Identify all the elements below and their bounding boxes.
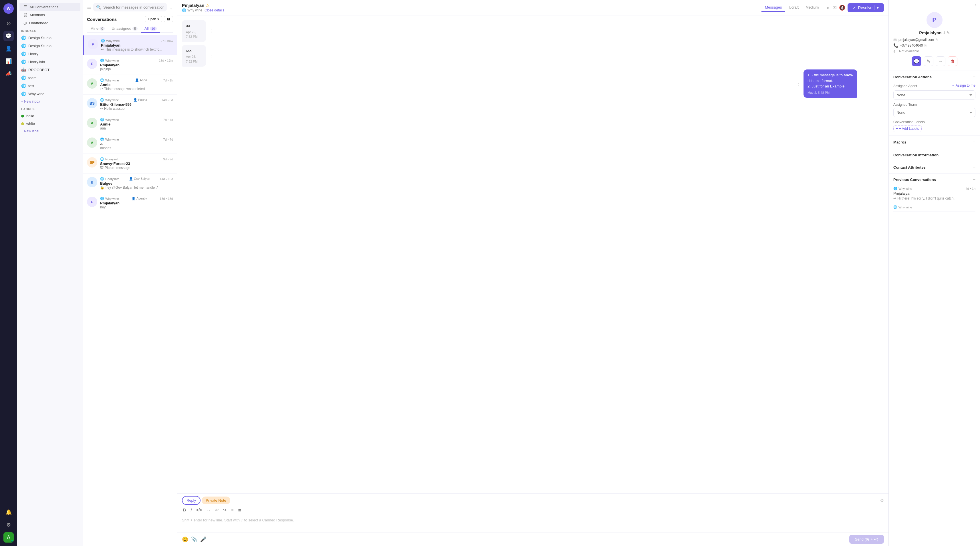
filter-options-btn[interactable]: ⊞ [164,16,173,22]
tab-unassigned[interactable]: Unassigned 5 [108,25,141,33]
nav-conversations[interactable]: 💬 [3,31,14,41]
reply-tab-reply[interactable]: Reply [182,496,200,505]
reply-settings-icon[interactable]: ⚙ [880,498,884,503]
previous-conversations-header[interactable]: Previous Conversations − [893,177,975,182]
tab-all[interactable]: All 10 [141,25,160,33]
hamburger-icon[interactable]: ☰ [87,6,91,11]
macros-plus-icon: + [972,139,975,145]
label-hello[interactable]: hello [17,112,83,120]
new-conversation-btn[interactable]: 💬 [912,56,921,66]
open-filter-btn[interactable]: Open ▾ [145,16,162,22]
conv-item-bitter-silence[interactable]: BS 🌐 Why wine 👤 Pouria 14d • 6d Bitter-S… [83,95,177,114]
chat-tab-ucraft[interactable]: Ucraft [785,3,802,12]
nav-profile[interactable]: A [3,532,14,543]
new-inbox-btn[interactable]: + New inbox [17,98,83,105]
inbox-why-wine[interactable]: 🌐 Why wine [17,90,83,98]
right-panel-chevron-icon[interactable]: › [975,2,977,8]
tab-mine[interactable]: Mine 0 [87,25,108,33]
ordered-list-btn[interactable]: ≣ [237,507,243,513]
inbox-design-studio-1[interactable]: 🌐 Design Studio [17,34,83,42]
new-label-btn[interactable]: + New label [17,127,83,135]
nav-contacts[interactable]: 👤 [3,43,14,54]
team-select[interactable]: None [893,108,975,117]
conv-item-body: 🌐 Why wine 👤 Pouria 14d • 6d Bitter-Sile… [100,98,173,111]
inbox-design-studio-2[interactable]: 🌐 Design Studio [17,42,83,50]
undo-btn[interactable]: ↩ [214,507,220,513]
merge-contact-btn[interactable]: → [935,56,945,66]
conv-item-annie-2[interactable]: A 🌐 Why wine 7d • 7d Annie aaa [83,114,177,134]
agent-select[interactable]: None [893,90,975,100]
nav-settings[interactable]: ⚙ [3,520,14,530]
chat-tab-messages[interactable]: Messages [762,3,785,12]
nav-reports[interactable]: 📊 [3,56,14,66]
emoji-icon[interactable]: 😊 [182,536,188,543]
macros-section[interactable]: Macros + [889,136,980,149]
conv-item-body: 🌐 Why wine 7d • now Pmjalalyan ↩ This me… [101,39,173,51]
conversation-info-header[interactable]: Conversation Information + [893,152,975,157]
inbox-icon: 🌐 [21,84,26,88]
copy-email-icon[interactable]: ⎘ [935,38,938,42]
resolve-dropdown-icon[interactable]: ▾ [874,5,879,10]
delete-contact-btn[interactable]: 🗑 [948,56,958,66]
mute-icon[interactable]: 🔇 [839,5,845,11]
sidebar-item-all-conversations[interactable]: ☰ All Conversations [19,3,80,11]
italic-btn[interactable]: I [189,507,193,513]
reply-bottom: 😊 📎 🎤 Send (⌘ + ↵) [177,532,888,546]
conv-item-annie-1[interactable]: A 🌐 Why wine 👤 Anna 7d • 1h Annie ↩ [83,75,177,95]
label-white[interactable]: white [17,120,83,127]
contact-email-row: ✉ pmjalalyan@gmail.com ⎘ [893,37,975,42]
inbox-hoory-info[interactable]: 🌐 Hoory.info [17,58,83,66]
avatar: A [87,118,97,128]
conv-item-pmjalalyan-2[interactable]: P 🌐 Why wine 13d • 17m Pmjalalyan jhjhjh… [83,55,177,75]
message-options-icon[interactable]: ⋮ [209,28,213,34]
link-btn[interactable]: ↔ [205,507,212,513]
send-email-icon[interactable]: ✉ [832,5,837,11]
conv-time: 13d • 13d [160,197,173,200]
audio-icon[interactable]: 🎤 [200,536,207,543]
conv-item-a-user[interactable]: A 🌐 Why wine 7d • 7d A dasdas [83,134,177,154]
conv-item-pmjalalyan-3[interactable]: P 🌐 Why wine 👤 Agently 13d • 13d Pmjalal… [83,193,177,213]
nav-campaigns[interactable]: 📣 [3,68,14,79]
conv-item-body: 🌐 Why wine 13d • 17m Pmjalalyan jhjhjhjh [100,59,173,71]
inbox-team[interactable]: 🌐 team [17,74,83,82]
reply-input-area[interactable]: Shift + enter for new line. Start with '… [177,515,888,532]
add-labels-btn[interactable]: + + Add Labels [893,125,922,132]
message-text: aa [186,23,202,29]
nav-home[interactable]: ⊙ [3,18,14,29]
resolve-button[interactable]: ✓ Conversation Actions Resolve ▾ [848,3,884,12]
code-btn[interactable]: </> [195,507,203,513]
copy-phone-icon[interactable]: ⎘ [924,43,926,48]
attachment-icon[interactable]: 📎 [191,536,197,543]
close-details-link[interactable]: Close details [205,8,224,12]
chat-tab-medium[interactable]: Medium [802,3,822,12]
bold-btn[interactable]: B [182,507,187,513]
send-button[interactable]: Send (⌘ + ↵) [849,535,884,544]
sidebar-item-mentions[interactable]: @ Mentions [19,11,80,19]
nav-notifications[interactable]: 🔔 [3,507,14,517]
edit-contact-btn[interactable]: ✎ [924,56,933,66]
inbox-globe-icon: 🌐 [100,118,104,122]
prev-conv-item[interactable]: 🌐 Why wine 4d • 1h Pmjalalyan ↩ Hi there… [893,184,975,203]
inbox-test[interactable]: 🌐 test [17,82,83,90]
contact-attributes-header[interactable]: Contact Attributes + [893,165,975,170]
conv-item-balgev[interactable]: B 🌐 Hoory.info 👤 Gev Balyan 14d • 10d Ba… [83,173,177,193]
search-bar: 🔍 [93,3,167,11]
prev-conv-item-2[interactable]: 🌐 Why wine [893,203,975,211]
contact-name: Pmjalalyan [919,30,941,35]
search-input[interactable] [103,5,164,10]
assign-to-me-link[interactable]: → Assign to me [951,84,975,87]
inbox-hoory[interactable]: 🌐 Hoory [17,50,83,58]
redo-btn[interactable]: ↪ [222,507,228,513]
reply-tab-private-note[interactable]: Private Note [202,497,230,504]
list-btn[interactable]: ≡ [230,507,235,513]
conversation-actions-header[interactable]: Conversation Actions − [893,74,975,79]
arrow-icon[interactable]: → [169,6,173,11]
conv-item-pmjalalyan-1[interactable]: P 🌐 Why wine 7d • now Pmjalalyan ↩ This … [83,35,177,55]
sidebar-item-unattended[interactable]: ◷ Unattended [19,19,80,27]
message-options-icon[interactable]: ⋮ [209,53,213,58]
message-options-icon[interactable]: ⋮ [796,81,801,86]
inbox-rroobbot[interactable]: 🤖 RROOBBOT [17,66,83,74]
expand-icon[interactable]: ▸ [827,5,830,10]
edit-name-icon[interactable]: ✎ [947,30,950,35]
conv-item-snowy-forest[interactable]: SF 🌐 Hoory.info 9d • 9d Snowy-Forest-23 … [83,154,177,173]
